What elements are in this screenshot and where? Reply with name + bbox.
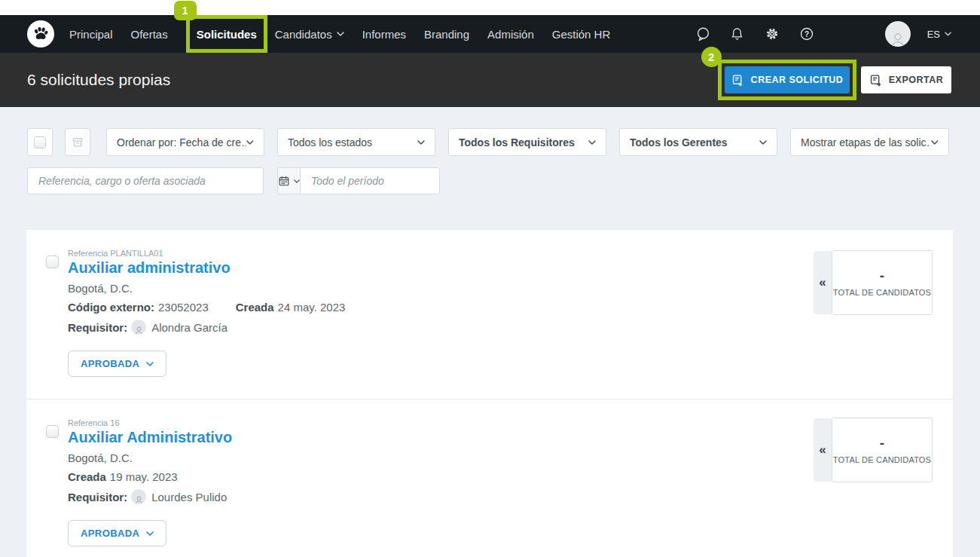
nav-candidatos[interactable]: Candidatos: [275, 15, 344, 53]
request-requisitor: Requisitor: Lourdes Pulido: [68, 489, 953, 504]
main-menu: Principal Ofertas Solicitudes 1 Candidat…: [69, 15, 628, 53]
nav-informes[interactable]: Informes: [362, 15, 406, 53]
states-filter-select[interactable]: Todos los estados: [277, 128, 435, 156]
create-request-button[interactable]: CREAR SOLICITUD 2: [725, 66, 850, 93]
chevron-down-icon: [931, 140, 939, 145]
status-label: APROBADA: [81, 358, 139, 369]
content-area: Ordenar por: Fecha de cre… Todos los est…: [0, 107, 980, 557]
calendar-dropdown-toggle[interactable]: [278, 168, 301, 194]
candidates-total-value: -: [880, 268, 884, 283]
nav-ofertas[interactable]: Ofertas: [131, 15, 168, 53]
row-checkbox[interactable]: [46, 256, 59, 268]
annotation-step1-badge: 1: [174, 1, 197, 20]
help-icon[interactable]: ?: [798, 25, 816, 43]
status-label: APROBADA: [81, 528, 139, 539]
candidates-total-box: - TOTAL DE CANDIDATOS: [832, 418, 933, 482]
period-filter: [277, 167, 440, 194]
page: Principal Ofertas Solicitudes 1 Candidat…: [0, 0, 980, 557]
chevron-down-icon: [588, 140, 596, 145]
nav-solicitudes[interactable]: Solicitudes 1: [186, 15, 267, 53]
collapse-chevrons-icon[interactable]: «: [814, 418, 832, 482]
checkbox-icon: [34, 136, 46, 148]
requisitors-filter-select[interactable]: Todos los Requisitores: [448, 128, 606, 156]
request-card: Referencia PLANTILLA01 Auxiliar administ…: [26, 230, 953, 399]
sort-by-value: Ordenar por: Fecha de cre…: [117, 136, 246, 148]
candidates-total-label: TOTAL DE CANDIDATOS: [833, 288, 931, 297]
settings-gear-icon[interactable]: [763, 25, 781, 43]
document-plus-icon: [731, 74, 744, 87]
search-input[interactable]: [27, 167, 264, 194]
nav-gestion-hr[interactable]: Gestión HR: [552, 15, 611, 53]
language-label: ES: [927, 29, 940, 40]
page-header: 6 solicitudes propias CREAR SOLICITUD 2 …: [0, 53, 980, 107]
period-input[interactable]: [301, 168, 440, 194]
row-checkbox[interactable]: [46, 425, 59, 438]
select-all-checkbox[interactable]: [27, 128, 53, 156]
page-title: 6 solicitudes propias: [27, 71, 170, 89]
calendar-icon: [278, 175, 290, 187]
stages-display-value: Mostrar etapas de las solic…: [801, 136, 931, 148]
request-title-link[interactable]: Auxiliar administrativo: [68, 259, 230, 277]
chevron-down-icon: [146, 362, 154, 366]
chevron-down-icon: [945, 32, 951, 36]
candidates-total-value: -: [880, 436, 884, 450]
top-navigation: Principal Ofertas Solicitudes 1 Candidat…: [0, 15, 980, 53]
candidates-total-label: TOTAL DE CANDIDATOS: [833, 455, 931, 464]
requisitor-avatar: [131, 320, 146, 335]
status-dropdown-button[interactable]: APROBADA: [68, 350, 166, 377]
paw-icon: [32, 25, 50, 43]
collapse-chevrons-icon[interactable]: «: [814, 251, 832, 314]
export-button[interactable]: EXPORTAR: [861, 66, 951, 93]
notifications-bell-icon[interactable]: [728, 25, 746, 43]
requisitors-filter-value: Todos los Requisitores: [459, 136, 575, 148]
svg-text:?: ?: [804, 30, 809, 38]
requests-list: Referencia PLANTILLA01 Auxiliar administ…: [26, 230, 953, 557]
nav-utilities: ? ES: [694, 21, 980, 47]
chat-icon[interactable]: [694, 25, 712, 43]
nav-solicitudes-label: Solicitudes: [197, 28, 257, 41]
sort-by-select[interactable]: Ordenar por: Fecha de cre…: [106, 128, 264, 156]
chevron-down-icon: [246, 140, 254, 145]
chevron-down-icon: [417, 140, 425, 145]
archive-button[interactable]: [65, 128, 90, 156]
user-avatar[interactable]: [885, 21, 911, 47]
status-dropdown-button[interactable]: APROBADA: [68, 520, 166, 546]
request-card: Referencia 16 Auxiliar Administrativo Bo…: [26, 399, 953, 546]
states-filter-value: Todos los estados: [288, 136, 372, 148]
requisitor-avatar: [131, 489, 146, 504]
candidates-total-box: - TOTAL DE CANDIDATOS: [832, 250, 933, 315]
candidates-panel: « - TOTAL DE CANDIDATOS: [814, 250, 933, 315]
nav-admision[interactable]: Admisión: [487, 15, 534, 53]
request-title-link[interactable]: Auxiliar Administrativo: [68, 429, 232, 446]
export-label: EXPORTAR: [889, 75, 944, 85]
managers-filter-value: Todos los Gerentes: [630, 136, 728, 148]
language-selector[interactable]: ES: [927, 29, 951, 40]
chevron-down-icon: [759, 140, 767, 145]
chevron-down-icon: [337, 32, 344, 36]
candidates-panel: « - TOTAL DE CANDIDATOS: [814, 418, 933, 482]
nav-principal[interactable]: Principal: [69, 15, 113, 53]
request-requisitor: Requisitor: Alondra García: [68, 320, 953, 335]
nav-branding[interactable]: Branding: [424, 15, 469, 53]
archive-icon: [72, 136, 84, 148]
managers-filter-select[interactable]: Todos los Gerentes: [619, 128, 777, 156]
document-export-icon: [869, 74, 882, 87]
stages-display-select[interactable]: Mostrar etapas de las solic…: [790, 128, 949, 156]
chevron-down-icon: [146, 531, 154, 536]
chevron-down-icon: [294, 179, 300, 183]
nav-candidatos-label: Candidatos: [275, 28, 332, 41]
paw-logo[interactable]: [27, 20, 54, 47]
create-request-label: CREAR SOLICITUD: [751, 75, 844, 85]
